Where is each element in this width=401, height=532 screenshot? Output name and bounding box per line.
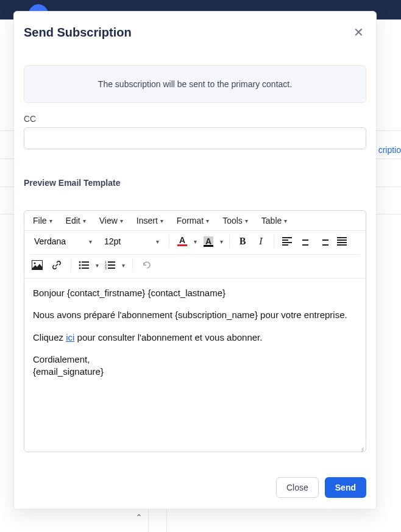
chevron-down-icon: ▾ — [206, 218, 209, 224]
menu-tools-label: Tools — [222, 216, 243, 225]
placeholder-token: {email_signature} — [33, 366, 104, 377]
toolbar-separator — [274, 235, 274, 248]
editor-content[interactable]: Bonjour {contact_firstname} {contact_las… — [24, 278, 366, 452]
menu-file-label: File — [33, 216, 47, 225]
close-button[interactable]: Close — [276, 477, 319, 498]
placeholder-token: {contact_firstname} {contact_lastname} — [67, 288, 225, 298]
bullet-list-button[interactable] — [79, 258, 90, 272]
svg-rect-7 — [82, 268, 89, 269]
svg-point-1 — [34, 263, 36, 264]
email-intro: Nous avons préparé l'abonnement {subscri… — [33, 309, 357, 321]
highlight-color-button[interactable]: A — [202, 235, 215, 248]
svg-rect-9 — [108, 261, 115, 263]
highlight-letter: A — [205, 238, 211, 245]
toolbar-separator — [71, 258, 71, 272]
info-banner: The subscription will be sent to the pri… — [24, 65, 366, 103]
email-signoff: Cordialement,{email_signature} — [33, 353, 357, 378]
image-icon — [32, 260, 43, 270]
send-subscription-modal: Send Subscription ✕ The subscription wil… — [13, 11, 377, 509]
text: pour consulter l'abonnement et vous abon… — [74, 332, 262, 342]
align-justify-icon — [337, 237, 347, 246]
modal-footer: Close Send — [24, 467, 366, 498]
align-justify-button[interactable] — [335, 235, 349, 248]
highlight-icon: A — [202, 235, 215, 247]
chevron-down-icon: ▾ — [89, 238, 92, 245]
close-icon[interactable]: ✕ — [351, 25, 366, 40]
menu-table-label: Table — [261, 216, 282, 225]
chevron-down-icon: ▾ — [83, 218, 86, 224]
editor-toolbar: Verdana ▾ 12pt ▾ A ▾ — [24, 231, 366, 278]
font-size-select[interactable]: 12pt ▾ — [101, 235, 163, 247]
align-center-icon — [300, 237, 310, 246]
font-family-value: Verdana — [34, 236, 66, 246]
menu-file[interactable]: File▾ — [33, 216, 52, 225]
email-greeting: Bonjour {contact_firstname} {contact_las… — [33, 287, 357, 299]
italic-button[interactable]: I — [254, 235, 268, 248]
text: Cliquez — [33, 332, 66, 342]
svg-point-6 — [79, 268, 81, 269]
svg-point-2 — [79, 261, 81, 263]
svg-rect-5 — [82, 264, 89, 266]
menu-view[interactable]: View▾ — [99, 216, 123, 225]
menu-edit-label: Edit — [66, 216, 80, 225]
chevron-down-icon: ▾ — [156, 238, 159, 245]
link-button[interactable] — [50, 258, 63, 272]
chevron-down-icon[interactable]: ▾ — [122, 262, 125, 269]
chevron-down-icon[interactable]: ▾ — [96, 262, 99, 269]
editor-menubar: File▾ Edit▾ View▾ Insert▾ Format▾ Tools▾… — [24, 211, 366, 231]
bold-button[interactable]: B — [236, 235, 249, 248]
menu-view-label: View — [99, 216, 118, 225]
cc-input[interactable] — [24, 127, 366, 149]
resize-handle-icon[interactable] — [357, 443, 364, 450]
align-center-button[interactable] — [299, 235, 312, 248]
text: Cordialement, — [33, 354, 90, 364]
email-cta: Cliquez ici pour consulter l'abonnement … — [33, 332, 357, 344]
bg-partial-link: criptio — [378, 145, 401, 155]
rich-text-editor: File▾ Edit▾ View▾ Insert▾ Format▾ Tools▾… — [24, 210, 366, 452]
send-button[interactable]: Send — [325, 477, 366, 498]
undo-button[interactable] — [140, 258, 154, 272]
text-color-letter: A — [179, 236, 185, 244]
menu-tools[interactable]: Tools▾ — [222, 216, 248, 225]
preview-template-link[interactable]: Preview Email Template — [24, 178, 366, 188]
menu-insert[interactable]: Insert▾ — [137, 216, 163, 225]
numbered-list-button[interactable]: 123 — [105, 258, 116, 272]
menu-table[interactable]: Table▾ — [261, 216, 287, 225]
text-color-button[interactable]: A — [176, 235, 189, 248]
chevron-down-icon: ▾ — [49, 218, 52, 224]
svg-rect-11 — [108, 264, 115, 266]
chevron-down-icon: ▾ — [160, 218, 163, 224]
align-right-button[interactable] — [317, 235, 330, 248]
bg-grid-row — [0, 507, 401, 532]
menu-edit[interactable]: Edit▾ — [66, 216, 86, 225]
text: Bonjour — [33, 288, 67, 298]
numbered-list-icon: 123 — [105, 260, 116, 270]
align-left-icon — [282, 237, 292, 246]
font-family-select[interactable]: Verdana ▾ — [30, 235, 96, 247]
chevron-down-icon: ▾ — [284, 218, 287, 224]
toolbar-separator — [132, 258, 133, 272]
chevron-down-icon[interactable]: ▾ — [194, 238, 197, 245]
image-button[interactable] — [30, 258, 44, 272]
svg-text:3: 3 — [105, 266, 107, 270]
undo-icon — [141, 260, 152, 270]
bullet-list-icon — [79, 260, 90, 270]
chevron-down-icon: ▾ — [245, 218, 248, 224]
cc-label: CC — [24, 114, 366, 124]
svg-rect-13 — [108, 268, 115, 269]
menu-insert-label: Insert — [137, 216, 158, 225]
chevron-up-icon: ⌃ — [135, 512, 143, 522]
email-link[interactable]: ici — [66, 332, 74, 342]
menu-format[interactable]: Format▾ — [177, 216, 209, 225]
align-left-button[interactable] — [280, 235, 294, 248]
text-color-icon: A — [176, 235, 188, 247]
chevron-down-icon[interactable]: ▾ — [220, 238, 223, 245]
toolbar-separator — [229, 235, 230, 248]
chevron-down-icon: ▾ — [120, 218, 123, 224]
toolbar-separator — [169, 235, 169, 248]
modal-title: Send Subscription — [24, 26, 132, 40]
svg-point-4 — [79, 264, 81, 266]
font-size-value: 12pt — [104, 236, 121, 246]
align-right-icon — [319, 237, 328, 246]
svg-rect-3 — [82, 261, 89, 263]
